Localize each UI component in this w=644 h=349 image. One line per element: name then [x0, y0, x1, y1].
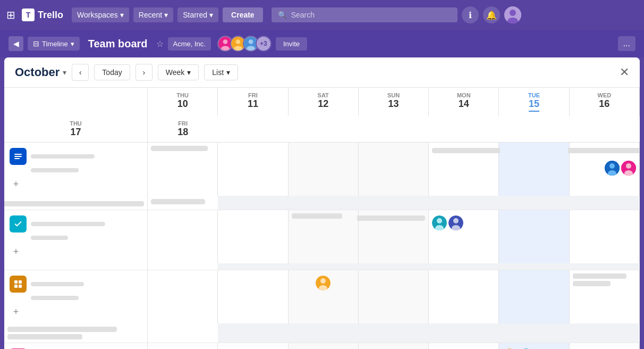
- member-more-count[interactable]: +3: [256, 36, 272, 52]
- cell-r3-tue15[interactable]: [499, 270, 569, 323]
- view-label: Timeline: [42, 40, 68, 48]
- cell-r3-fri18[interactable]: [148, 323, 218, 343]
- month-selector[interactable]: October ▾: [15, 65, 66, 79]
- svg-point-8: [234, 46, 242, 51]
- cell-r2-wed16[interactable]: [570, 210, 640, 263]
- grid-icon[interactable]: ⊞: [6, 9, 15, 21]
- info-button[interactable]: ℹ: [462, 6, 479, 23]
- calendar-toolbar: October ▾ ‹ Today › Week ▾ List ▾ ✕: [4, 57, 640, 88]
- row-label-3: +: [4, 270, 148, 323]
- more-options-button[interactable]: ...: [618, 36, 635, 51]
- workspaces-button[interactable]: Workspaces ▾: [72, 7, 129, 22]
- close-button[interactable]: ✕: [620, 65, 629, 79]
- list-subtitle-bar-3: [31, 296, 79, 300]
- list-button[interactable]: List ▾: [204, 64, 238, 80]
- cell-r4-mon14[interactable]: [429, 343, 499, 349]
- calendar-row-2: +: [4, 210, 640, 270]
- cell-r4-thu10[interactable]: [148, 343, 218, 349]
- cell-r2-sun13[interactable]: [359, 210, 429, 263]
- star-button[interactable]: ☆: [156, 39, 164, 49]
- search-input[interactable]: [291, 11, 451, 19]
- cell-r1-sun13[interactable]: [359, 143, 429, 196]
- span-bar-r2-13: [357, 215, 425, 221]
- today-button[interactable]: Today: [94, 64, 130, 80]
- calendar-row-4: [4, 343, 640, 349]
- week-button[interactable]: Week ▾: [158, 64, 199, 80]
- chevron-down-icon: ▾: [71, 40, 74, 48]
- day-header-mon14: MON 14: [429, 88, 499, 116]
- cell-r4-sat12[interactable]: [289, 343, 359, 349]
- starred-button[interactable]: Starred ▾: [177, 7, 218, 22]
- week-label: Week: [166, 68, 185, 77]
- svg-point-10: [249, 39, 253, 44]
- svg-point-19: [626, 163, 631, 169]
- cell-r1-mon14[interactable]: [429, 143, 499, 196]
- workspace-button[interactable]: Acme, Inc.: [168, 37, 211, 51]
- cell-r1-fri18[interactable]: [148, 196, 218, 210]
- search-icon: 🔍: [278, 11, 287, 19]
- cell-r3-fri11[interactable]: [218, 270, 288, 323]
- svg-rect-29: [14, 285, 18, 288]
- next-button[interactable]: ›: [135, 64, 152, 81]
- logo-box: T: [22, 9, 35, 21]
- svg-point-25: [453, 218, 459, 223]
- cell-r1-fri11[interactable]: [218, 143, 288, 196]
- svg-point-32: [320, 278, 326, 284]
- trello-logo[interactable]: T Trello: [22, 9, 63, 21]
- sidebar-toggle-button[interactable]: ◀: [9, 36, 23, 51]
- cell-r2-thu17[interactable]: [4, 263, 148, 270]
- cell-r1-tue15[interactable]: [499, 143, 569, 196]
- calendar-grid: THU 10 FRI 11 SAT 12 SUN 13 MON 14 TUE 1…: [4, 88, 640, 349]
- day-header-fri11: FRI 11: [218, 88, 288, 116]
- svg-rect-12: [14, 154, 22, 155]
- cell-r2-mon14[interactable]: [429, 210, 499, 263]
- card-bar: [151, 146, 208, 151]
- notifications-button[interactable]: 🔔: [483, 6, 500, 23]
- cell-r3-wed16[interactable]: [570, 270, 640, 323]
- create-button[interactable]: Create: [223, 7, 263, 22]
- bell-icon: 🔔: [486, 10, 497, 20]
- day-header-wed16: WED 16: [570, 88, 640, 116]
- prev-button[interactable]: ‹: [72, 64, 89, 81]
- chevron-down-icon: ▾: [164, 11, 168, 19]
- cell-r2-fri11[interactable]: [218, 210, 288, 263]
- recent-button[interactable]: Recent ▾: [133, 7, 173, 22]
- day-header-thu10: THU 10: [148, 88, 218, 116]
- cell-r1-thu10[interactable]: [148, 143, 218, 196]
- cell-r1-thu17[interactable]: [4, 196, 148, 210]
- add-card-button-3[interactable]: +: [10, 305, 22, 318]
- user-avatar[interactable]: [504, 6, 521, 23]
- cell-r2-thu10[interactable]: [148, 210, 218, 263]
- cal-avatar-r2-1: [432, 215, 447, 230]
- header-label-col: [4, 88, 148, 116]
- list-icon-2: [10, 215, 27, 232]
- day-header-sun13: SUN 13: [359, 88, 429, 116]
- svg-point-11: [247, 46, 255, 51]
- cell-r4-sun13[interactable]: [359, 343, 429, 349]
- main-content: October ▾ ‹ Today › Week ▾ List ▾ ✕ THU …: [4, 57, 640, 349]
- cell-r2-fri18[interactable]: [148, 263, 218, 270]
- cell-r3-thu17[interactable]: [4, 323, 148, 343]
- card-bar-r3-17: [7, 327, 117, 332]
- svg-point-4: [223, 39, 228, 44]
- calendar-row-3: +: [4, 270, 640, 343]
- cell-r1-wed16[interactable]: [570, 143, 640, 196]
- cell-r1-sat12[interactable]: [289, 143, 359, 196]
- cell-r2-tue15[interactable]: [499, 210, 569, 263]
- card-bar-r3-16: [573, 273, 626, 279]
- cell-r3-thu10[interactable]: [148, 270, 218, 323]
- cell-r4-tue15[interactable]: [499, 343, 569, 349]
- search-bar: 🔍: [272, 7, 457, 22]
- cell-r3-sun13[interactable]: [359, 270, 429, 323]
- view-selector-button[interactable]: ⊟ Timeline ▾: [28, 37, 80, 51]
- cell-r4-fri11[interactable]: [218, 343, 288, 349]
- day-headers: THU 10 FRI 11 SAT 12 SUN 13 MON 14 TUE 1…: [4, 88, 640, 143]
- invite-button[interactable]: Invite: [276, 37, 307, 51]
- add-card-button-2[interactable]: +: [10, 245, 22, 258]
- starred-label: Starred: [183, 11, 207, 19]
- cell-r4-wed16[interactable]: [570, 343, 640, 349]
- cell-r3-sat12[interactable]: [289, 270, 359, 323]
- add-card-button-1[interactable]: +: [10, 178, 22, 190]
- cell-r3-mon14[interactable]: [429, 270, 499, 323]
- cell-r2-sat12[interactable]: [289, 210, 359, 263]
